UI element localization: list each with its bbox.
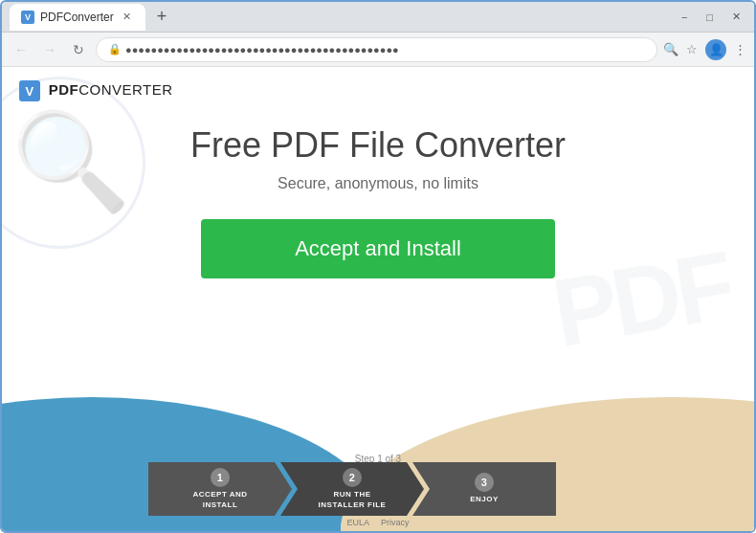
title-bar: V PDFConverter ✕ + − □ ✕ <box>2 2 754 33</box>
step-2: 2 RUN THEINSTALLER FILE <box>280 462 424 516</box>
bookmark-icon[interactable]: ☆ <box>686 42 698 56</box>
page-headline: Free PDF File Converter <box>190 124 566 166</box>
steps-row: 1 ACCEPT ANDINSTALL 2 RUN THEINSTALLER F… <box>148 462 608 516</box>
step-3-text: ENJOY <box>470 495 499 504</box>
page-subheadline: Secure, anonymous, no limits <box>278 175 478 192</box>
footer-links: EULA Privacy <box>346 518 409 527</box>
step-1: 1 ACCEPT ANDINSTALL <box>148 462 292 516</box>
address-bar: ← → ↻ 🔒 ●●●●●●●●●●●●●●●●●●●●●●●●●●●●●●●●… <box>2 33 754 67</box>
step-2-number: 2 <box>343 468 362 487</box>
eula-link[interactable]: EULA <box>346 518 369 527</box>
search-icon[interactable]: 🔍 <box>663 42 678 56</box>
close-button[interactable]: ✕ <box>726 9 746 25</box>
new-tab-button[interactable]: + <box>151 7 173 27</box>
address-actions: 🔍 ☆ 👤 ⋮ <box>663 39 746 60</box>
accept-install-button[interactable]: Accept and Install <box>201 219 555 278</box>
tab-favicon: V <box>21 11 34 24</box>
tab-title: PDFConverter <box>40 11 114 24</box>
bottom-section: Step 1 of 3 1 ACCEPT ANDINSTALL 2 RUN TH… <box>2 397 754 531</box>
user-avatar[interactable]: 👤 <box>705 39 726 60</box>
tab-close-button[interactable]: ✕ <box>120 10 134 24</box>
privacy-link[interactable]: Privacy <box>381 518 410 527</box>
lock-icon: 🔒 <box>108 43 122 56</box>
url-display: ●●●●●●●●●●●●●●●●●●●●●●●●●●●●●●●●●●●●●●●●… <box>125 44 645 56</box>
refresh-button[interactable]: ↻ <box>67 38 90 61</box>
address-input[interactable]: 🔒 ●●●●●●●●●●●●●●●●●●●●●●●●●●●●●●●●●●●●●●… <box>96 37 657 62</box>
tab-strip: V PDFConverter ✕ + <box>10 4 676 31</box>
step-3: 3 ENJOY <box>412 462 556 516</box>
step-1-number: 1 <box>211 468 230 487</box>
step-1-text: ACCEPT ANDINSTALL <box>192 490 247 510</box>
menu-icon[interactable]: ⋮ <box>734 42 746 56</box>
active-tab[interactable]: V PDFConverter ✕ <box>10 4 145 31</box>
step-3-number: 3 <box>475 473 494 492</box>
steps-container: Step 1 of 3 1 ACCEPT ANDINSTALL 2 RUN TH… <box>2 397 754 531</box>
maximize-button[interactable]: □ <box>700 10 719 25</box>
forward-button[interactable]: → <box>38 38 61 61</box>
browser-frame: V PDFConverter ✕ + − □ ✕ ← → ↻ 🔒 ●●●●●●●… <box>0 0 756 533</box>
minimize-button[interactable]: − <box>676 10 693 25</box>
back-button[interactable]: ← <box>10 38 33 61</box>
step-2-text: RUN THEINSTALLER FILE <box>319 490 387 510</box>
window-controls: − □ ✕ <box>676 9 746 25</box>
page-content: 🔍 PDF V PDFCONVERTER Free PDF File Conve… <box>2 67 754 531</box>
